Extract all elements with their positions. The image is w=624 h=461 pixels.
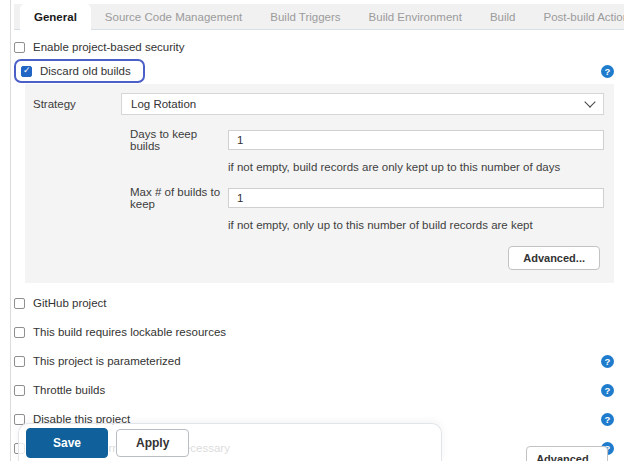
tab-build-triggers[interactable]: Build Triggers — [256, 4, 354, 29]
strategy-select[interactable]: Log Rotation — [121, 93, 604, 115]
apply-button[interactable]: Apply — [116, 429, 189, 457]
strategy-selected-value: Log Rotation — [131, 98, 196, 110]
discard-old-builds-panel: Strategy Log Rotation Days to keep build… — [25, 84, 614, 283]
tab-build[interactable]: Build — [476, 4, 530, 29]
row-github-project: GitHub project — [14, 295, 624, 311]
config-tab-bar: General Source Code Management Build Tri… — [14, 4, 624, 30]
help-icon[interactable] — [601, 65, 614, 78]
max-builds-label: Max # of builds to keep — [130, 186, 228, 210]
row-lockable-resources: This build requires lockable resources — [14, 324, 624, 340]
help-icon[interactable] — [601, 355, 614, 368]
throttle-builds-checkbox[interactable] — [14, 385, 25, 396]
discard-old-builds-checkbox[interactable] — [21, 66, 32, 77]
enable-security-checkbox[interactable] — [14, 42, 25, 53]
days-to-keep-label: Days to keep builds — [130, 128, 228, 152]
row-throttle-builds: Throttle builds — [14, 382, 624, 398]
advanced-button[interactable]: Advanced... — [508, 246, 600, 270]
max-builds-help-text: if not empty, only up to this number of … — [228, 219, 604, 231]
days-to-keep-input[interactable] — [228, 130, 604, 150]
row-enable-security: Enable project-based security — [14, 38, 624, 56]
advanced-button-bottom[interactable]: Advanced... — [526, 446, 608, 461]
lockable-resources-checkbox[interactable] — [14, 327, 25, 338]
row-parameterized: This project is parameterized — [14, 353, 624, 369]
save-bar: Save Apply — [18, 423, 442, 461]
left-frame-divider — [10, 0, 11, 461]
strategy-row: Strategy Log Rotation — [33, 93, 604, 115]
tab-post-build-actions[interactable]: Post-build Actions — [530, 4, 624, 29]
lockable-resources-label: This build requires lockable resources — [33, 326, 226, 338]
days-to-keep-row: Days to keep builds — [33, 128, 604, 152]
max-builds-input[interactable] — [228, 188, 604, 208]
discard-old-builds-label: Discard old builds — [40, 65, 131, 77]
enable-security-label: Enable project-based security — [33, 41, 185, 53]
tab-general[interactable]: General — [20, 4, 91, 30]
github-project-label: GitHub project — [33, 297, 107, 309]
save-button[interactable]: Save — [26, 428, 108, 458]
job-config-page: General Source Code Management Build Tri… — [14, 0, 624, 461]
help-icon[interactable] — [601, 384, 614, 397]
throttle-builds-label: Throttle builds — [33, 384, 105, 396]
max-builds-row: Max # of builds to keep — [33, 186, 604, 210]
advanced-row: Advanced... — [33, 246, 604, 270]
parameterized-label: This project is parameterized — [33, 355, 181, 367]
help-icon[interactable] — [601, 413, 614, 426]
annotation-highlight-blue: Discard old builds — [14, 59, 145, 83]
github-project-checkbox[interactable] — [14, 298, 25, 309]
tab-build-environment[interactable]: Build Environment — [355, 4, 476, 29]
parameterized-checkbox[interactable] — [14, 356, 25, 367]
strategy-label: Strategy — [33, 98, 121, 110]
days-to-keep-help-text: if not empty, build records are only kep… — [228, 161, 604, 173]
tab-source-code-management[interactable]: Source Code Management — [91, 4, 256, 29]
row-discard-old-builds: Discard old builds — [14, 59, 624, 83]
chevron-down-icon — [584, 96, 595, 107]
